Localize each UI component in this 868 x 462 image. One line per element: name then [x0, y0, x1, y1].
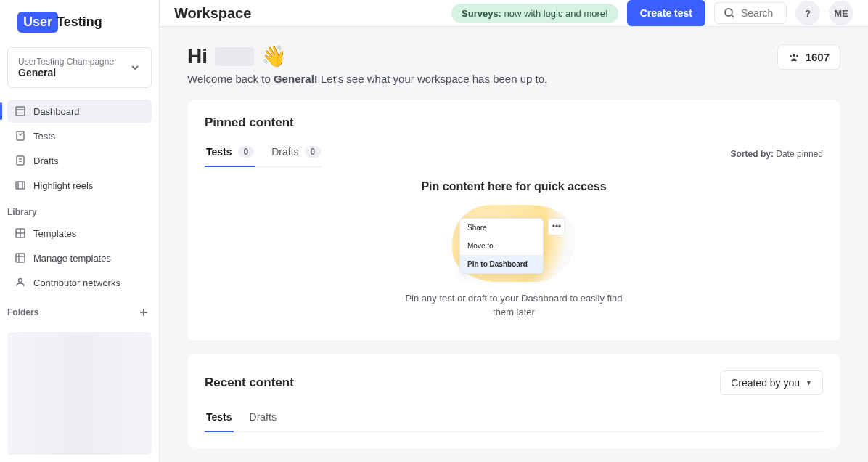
pinned-tab-drafts[interactable]: Drafts 0: [270, 140, 322, 166]
search-icon: [724, 7, 735, 19]
recent-filter[interactable]: Created by you ▼: [720, 370, 823, 395]
pinned-tabs: Tests 0 Drafts 0: [205, 140, 322, 167]
nav-item-label: Highlight reels: [33, 180, 93, 191]
nav-item-manage-templates[interactable]: Manage templates: [7, 246, 152, 270]
dashboard-icon: [15, 105, 26, 117]
nav-library: Templates Manage templates Contributor n…: [0, 222, 159, 294]
search-input-wrap[interactable]: [714, 2, 787, 24]
drafts-icon: [15, 155, 26, 166]
svg-point-10: [796, 54, 798, 57]
greeting-hi: Hi: [187, 45, 208, 68]
sorted-label: Sorted by:: [731, 149, 774, 159]
wave-icon: 👋: [261, 44, 287, 68]
folder-skeleton: [7, 332, 152, 455]
illustration-menu-pin: Pin to Dashboard: [460, 255, 543, 273]
create-test-button[interactable]: Create test: [627, 0, 705, 26]
pinned-sort: Sorted by: Date pinned: [731, 149, 823, 159]
logo: UserTesting: [0, 0, 159, 38]
illustration-menu: Share Move to.. Pin to Dashboard: [459, 218, 544, 274]
nav-item-label: Dashboard: [33, 106, 80, 117]
svg-point-8: [793, 54, 795, 57]
svg-rect-5: [16, 254, 25, 262]
pinned-empty-state: Pin content here for quick access Share …: [205, 167, 823, 324]
svg-rect-2: [17, 156, 24, 165]
svg-rect-0: [16, 107, 25, 115]
tab-label: Drafts: [271, 146, 298, 158]
empty-heading: Pin content here for quick access: [205, 180, 823, 193]
tests-icon: [15, 130, 26, 142]
session-count-pill[interactable]: 1607: [777, 44, 840, 70]
templates-icon: [15, 227, 26, 239]
tab-label: Drafts: [250, 411, 277, 423]
sorted-value: Date pinned: [776, 149, 823, 159]
tab-count: 0: [305, 146, 322, 158]
filter-label: Created by you: [731, 377, 800, 389]
help-button[interactable]: ?: [795, 1, 820, 25]
nav-item-label: Contributor networks: [33, 277, 120, 288]
greeting-name-placeholder: [215, 47, 254, 66]
greeting: Hi 👋 Welcome back to General! Let's see …: [187, 44, 547, 85]
tab-label: Tests: [206, 146, 232, 158]
search-input[interactable]: [741, 7, 777, 19]
greeting-workspace: General!: [274, 73, 318, 85]
topbar: Workspace Surveys: now with logic and mo…: [160, 0, 868, 27]
svg-rect-3: [16, 182, 25, 189]
nav-item-label: Tests: [33, 131, 55, 142]
logo-text: Testing: [57, 15, 102, 29]
nav-item-highlight-reels[interactable]: Highlight reels: [7, 174, 152, 197]
workspace-picker[interactable]: UserTesting Champagne General: [7, 47, 152, 88]
nav-item-contributor-networks[interactable]: Contributor networks: [7, 271, 152, 294]
greeting-welcome-prefix: Welcome back to: [187, 73, 274, 85]
add-folder-button[interactable]: [136, 304, 152, 320]
greeting-welcome-suffix: Let's see what your workspace has been u…: [318, 73, 547, 85]
empty-illustration: Share Move to.. Pin to Dashboard •••: [452, 205, 576, 282]
people-icon: [788, 52, 800, 63]
highlight-reels-icon: [15, 179, 26, 191]
nav-item-tests[interactable]: Tests: [7, 124, 152, 147]
svg-point-7: [725, 9, 732, 16]
nav-item-drafts[interactable]: Drafts: [7, 149, 152, 172]
announcement-pill[interactable]: Surveys: now with logic and more!: [451, 4, 618, 23]
nav-item-label: Templates: [33, 228, 76, 239]
chevron-down-icon: [129, 62, 141, 73]
announcement-prefix: Surveys:: [462, 8, 501, 19]
recent-title: Recent content: [205, 376, 294, 390]
pinned-content-card: Pinned content Tests 0 Drafts 0 Sorted: [187, 100, 840, 340]
tab-count: 0: [238, 146, 255, 158]
session-count: 1607: [806, 51, 830, 63]
workspace-org: UserTesting Champagne: [18, 57, 114, 67]
tab-label: Tests: [206, 411, 232, 423]
recent-tabs: Tests Drafts: [205, 405, 823, 432]
svg-point-6: [19, 279, 22, 283]
nav-item-templates[interactable]: Templates: [7, 222, 152, 245]
pinned-tab-tests[interactable]: Tests 0: [205, 140, 255, 166]
nav-section-folders: Folders: [7, 307, 38, 317]
workspace-name: General: [18, 67, 114, 78]
main: Workspace Surveys: now with logic and mo…: [160, 0, 868, 462]
recent-content-card: Recent content Created by you ▼ Tests Dr…: [187, 354, 840, 448]
avatar[interactable]: ME: [829, 1, 853, 25]
sidebar: UserTesting UserTesting Champagne Genera…: [0, 0, 160, 462]
empty-caption: Pin any test or draft to your Dashboard …: [398, 292, 630, 320]
illustration-menu-share: Share: [460, 219, 543, 237]
recent-tab-drafts[interactable]: Drafts: [248, 405, 278, 431]
recent-tab-tests[interactable]: Tests: [205, 405, 234, 431]
manage-templates-icon: [15, 252, 26, 264]
nav-item-label: Drafts: [33, 155, 59, 166]
logo-badge: User: [17, 12, 58, 33]
caret-down-icon: ▼: [806, 379, 812, 386]
announcement-rest: now with logic and more!: [501, 8, 608, 19]
nav-item-dashboard[interactable]: Dashboard: [7, 100, 152, 123]
page-title: Workspace: [174, 5, 251, 22]
illustration-dots: •••: [548, 218, 565, 235]
contributor-networks-icon: [15, 277, 26, 288]
nav-section-library: Library: [0, 197, 159, 222]
plus-icon: [139, 307, 149, 317]
illustration-menu-move: Move to..: [460, 237, 543, 255]
svg-point-9: [790, 54, 792, 57]
nav-item-label: Manage templates: [33, 253, 111, 264]
pinned-title: Pinned content: [205, 115, 823, 130]
nav-primary: Dashboard Tests Drafts Highlight reels: [0, 100, 159, 197]
